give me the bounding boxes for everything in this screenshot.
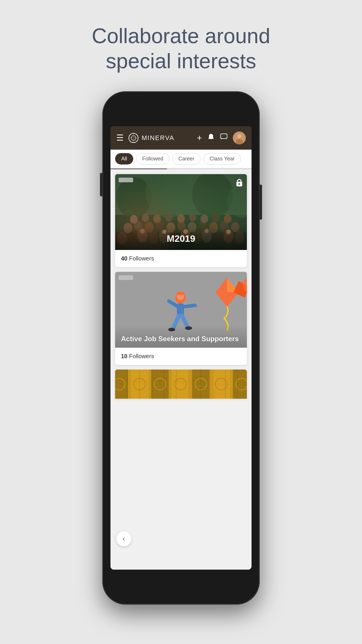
tab-followed[interactable]: Followed [136, 153, 169, 164]
svg-point-42 [177, 214, 185, 223]
svg-point-40 [153, 214, 161, 223]
add-icon[interactable]: + [197, 133, 202, 143]
title-line2: special interests [106, 49, 256, 73]
jobs-group-name: Active Job Seekers and Supporters [121, 335, 239, 343]
svg-rect-74 [151, 370, 169, 399]
svg-point-43 [189, 213, 196, 221]
svg-point-6 [237, 134, 241, 138]
jobs-title: Active Job Seekers and Supporters [115, 330, 247, 348]
third-svg [115, 370, 247, 399]
svg-point-39 [142, 214, 149, 222]
group-card-third[interactable] [115, 370, 247, 399]
svg-point-41 [165, 214, 172, 222]
svg-point-12 [192, 174, 233, 218]
phone-mockup: ☰ MINERVA + [102, 91, 260, 605]
tab-class-year[interactable]: Class Year [203, 153, 241, 164]
tab-all[interactable]: All [115, 153, 133, 164]
svg-point-38 [130, 215, 138, 224]
group-image-third [115, 370, 247, 399]
svg-point-44 [201, 214, 208, 223]
chat-icon[interactable] [220, 133, 228, 143]
page-heading: Collaborate around special interests [92, 23, 270, 74]
svg-rect-75 [172, 370, 189, 399]
svg-rect-77 [212, 370, 230, 399]
svg-point-82 [175, 378, 186, 390]
svg-rect-71 [115, 370, 247, 399]
group-footer-m2019: 40 Followers [115, 250, 247, 267]
svg-point-83 [195, 378, 207, 390]
phone-screen: ☰ MINERVA + [110, 126, 252, 570]
group-name: M2019 [167, 233, 195, 244]
lock-icon [235, 178, 243, 189]
menu-icon[interactable]: ☰ [116, 133, 124, 143]
svg-rect-73 [131, 370, 148, 399]
group-card-jobs[interactable]: Active Job Seekers and Supporters 10 Fol… [115, 272, 247, 365]
third-photo [115, 370, 247, 399]
scroll-indicator [110, 168, 252, 169]
logo-icon [128, 133, 139, 143]
nav-actions: + [197, 132, 246, 144]
title-line1: Collaborate around [92, 24, 270, 48]
svg-point-79 [115, 378, 125, 390]
back-button[interactable]: ‹ [116, 531, 131, 546]
svg-point-45 [212, 214, 219, 222]
app-logo: MINERVA [128, 133, 197, 143]
jobs-followers-count: 10 Followers [121, 353, 154, 360]
group-image-m2019: M2019 [115, 174, 247, 250]
phone-shell: ☰ MINERVA + [102, 91, 260, 605]
filter-tabs: All Followed Career Class Year [110, 150, 252, 168]
svg-point-54 [238, 183, 240, 185]
svg-point-85 [236, 378, 247, 390]
svg-rect-72 [115, 370, 128, 399]
group-name-label: M2019 [115, 228, 247, 250]
tab-career[interactable]: Career [172, 153, 201, 164]
notification-icon[interactable] [207, 133, 215, 143]
svg-point-80 [134, 378, 145, 390]
svg-point-11 [145, 174, 192, 218]
svg-point-46 [224, 214, 231, 223]
app-name: MINERVA [142, 134, 174, 142]
content-area[interactable]: M2019 40 Followers [110, 169, 252, 570]
svg-point-81 [154, 378, 166, 390]
user-avatar[interactable] [233, 132, 246, 144]
group-tag [119, 178, 133, 182]
jobs-tag [119, 275, 133, 280]
scroll-progress [110, 168, 167, 169]
back-icon: ‹ [123, 535, 125, 543]
group-image-jobs: Active Job Seekers and Supporters [115, 272, 247, 348]
svg-rect-78 [233, 370, 247, 399]
group-card-m2019[interactable]: M2019 40 Followers [115, 174, 247, 267]
followers-count: 40 Followers [121, 255, 154, 262]
svg-rect-4 [221, 134, 227, 139]
group-footer-jobs: 10 Followers [115, 348, 247, 365]
svg-point-10 [116, 177, 151, 218]
svg-rect-76 [192, 370, 210, 399]
navigation-bar: ☰ MINERVA + [110, 126, 252, 150]
svg-point-84 [215, 378, 227, 390]
